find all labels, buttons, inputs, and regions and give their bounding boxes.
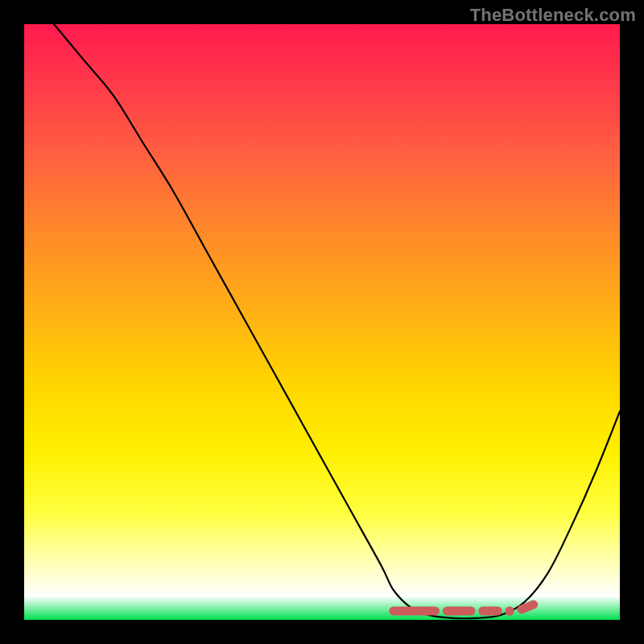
chart-frame: TheBottleneck.com <box>0 0 644 644</box>
plot-area <box>24 24 620 620</box>
bottleneck-curve <box>54 24 620 618</box>
watermark-text: TheBottleneck.com <box>470 5 636 26</box>
svg-line-5 <box>522 605 534 609</box>
curve-svg <box>24 24 620 620</box>
